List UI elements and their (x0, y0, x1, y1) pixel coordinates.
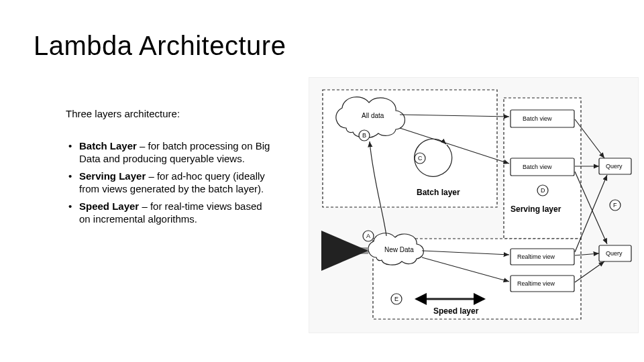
new-data-label: New Data (384, 246, 414, 253)
svg-text:A: A (366, 233, 370, 239)
svg-text:Realtime view: Realtime view (517, 280, 555, 287)
list-item: Batch Layer – for batch processing on Bi… (66, 139, 274, 166)
list-item: Serving Layer – for ad-hoc query (ideall… (66, 170, 274, 196)
slide: Lambda Architecture Three layers archite… (0, 0, 644, 362)
body-text: Three layers architecture: Batch Layer –… (66, 107, 274, 230)
svg-text:Realtime view: Realtime view (517, 253, 555, 260)
svg-text:D: D (541, 187, 545, 194)
batch-layer-label: Batch layer (417, 188, 460, 197)
svg-text:E: E (394, 296, 398, 302)
svg-text:F: F (613, 202, 617, 208)
list-item: Speed Layer – for real-time views based … (66, 200, 274, 226)
speed-layer-label: Speed layer (433, 306, 479, 316)
svg-text:C: C (418, 155, 423, 162)
architecture-diagram: All data B C Batch layer Batch view Batc… (309, 77, 639, 333)
intro-line: Three layers architecture: (66, 107, 274, 121)
svg-text:Query: Query (606, 163, 623, 170)
bullet-list: Batch Layer – for batch processing on Bi… (66, 139, 274, 226)
svg-text:Batch view: Batch view (523, 115, 552, 122)
svg-text:Batch view: Batch view (523, 164, 552, 170)
svg-text:Query: Query (606, 250, 623, 257)
svg-text:B: B (362, 132, 366, 139)
slide-title: Lambda Architecture (34, 31, 286, 61)
all-data-label: All data (362, 112, 384, 119)
serving-layer-label: Serving layer (511, 204, 561, 214)
